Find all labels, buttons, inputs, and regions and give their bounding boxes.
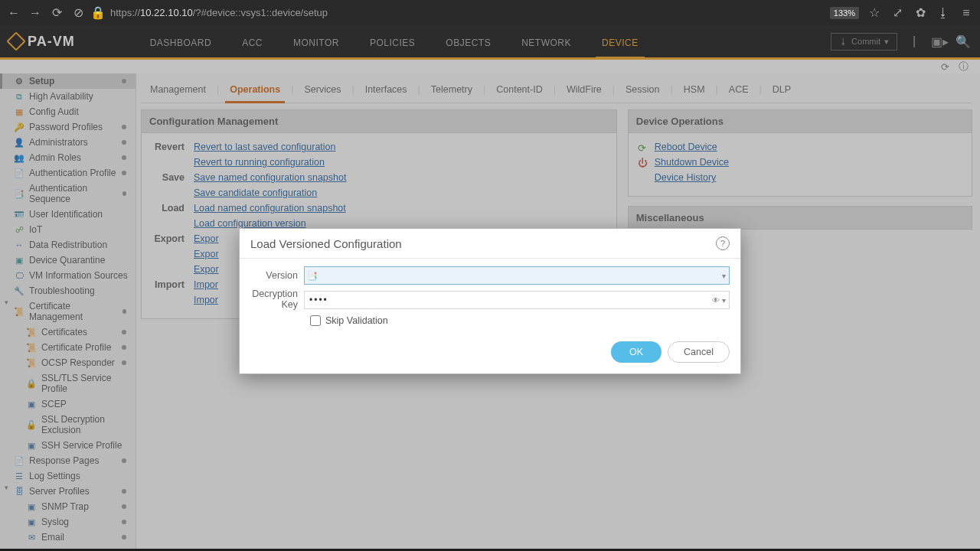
back-icon[interactable]: ← [6, 5, 21, 21]
skip-validation-checkbox[interactable] [310, 315, 321, 326]
url[interactable]: https://10.22.10.10/?#device::vsys1::dev… [110, 7, 328, 18]
zoom-level[interactable]: 133% [830, 7, 859, 19]
star-icon[interactable]: ☆ [867, 5, 882, 21]
version-label: Version [250, 270, 304, 281]
modal-title: Load Versioned Configuration [250, 237, 402, 250]
version-select[interactable] [304, 266, 730, 285]
decryption-label: Decryption Key [250, 289, 304, 311]
skip-validation-label: Skip Validation [325, 315, 388, 326]
browser-bar: ← → ⟳ ⊘ 🔒 https://10.22.10.10/?#device::… [0, 0, 980, 25]
lock-icon: 🔒 [90, 5, 106, 21]
download-icon[interactable]: ⭳ [936, 5, 951, 21]
ok-button[interactable]: OK [611, 341, 662, 363]
cancel-button[interactable]: Cancel [668, 341, 730, 363]
version-icon: 📑 [307, 271, 318, 281]
decryption-key-input[interactable] [304, 291, 730, 309]
reload-icon[interactable]: ⟳ [49, 5, 64, 21]
forward-icon[interactable]: → [28, 5, 43, 21]
expand-icon[interactable]: ⤢ [890, 5, 905, 21]
shield-icon: ⊘ [70, 5, 86, 21]
extension-icon[interactable]: ✿ [913, 5, 928, 21]
modal-load-versioned-config: Load Versioned Configuration ? Version 📑… [239, 228, 741, 374]
help-icon[interactable]: ? [716, 236, 730, 250]
menu-icon[interactable]: ≡ [959, 5, 974, 21]
